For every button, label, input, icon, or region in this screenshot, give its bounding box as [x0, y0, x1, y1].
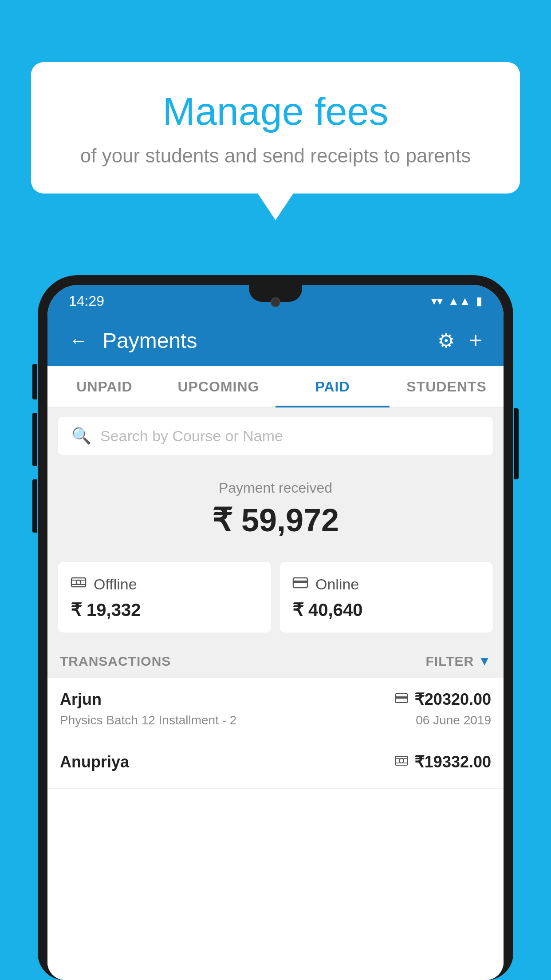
svg-rect-5	[293, 581, 307, 583]
transaction-type-icon-offline	[395, 754, 408, 771]
search-icon: 🔍	[71, 427, 91, 445]
online-card-amount: ₹ 40,640	[292, 600, 362, 620]
offline-card: Offline ₹ 19,332	[58, 562, 271, 632]
phone-button-right	[514, 408, 519, 479]
filter-icon: ▼	[478, 654, 491, 668]
offline-icon	[71, 574, 87, 594]
app-header: ← Payments ⚙ +	[47, 315, 504, 366]
payment-received-label: Payment received	[58, 480, 493, 496]
transaction-date: 06 June 2019	[416, 713, 491, 727]
transaction-row-top: Arjun ₹20320.00	[60, 690, 491, 709]
phone-camera	[271, 297, 280, 307]
battery-icon: ▮	[476, 294, 482, 308]
signal-icon: ▲▲	[448, 294, 471, 308]
table-row[interactable]: Anupriya ₹193	[47, 740, 504, 789]
hero-title: Manage fees	[67, 89, 484, 134]
speech-bubble: Manage fees of your students and send re…	[31, 62, 520, 194]
tab-unpaid[interactable]: UNPAID	[47, 366, 161, 407]
transaction-row-bottom: Physics Batch 12 Installment - 2 06 June…	[60, 713, 491, 727]
online-icon	[292, 574, 308, 594]
svg-point-1	[76, 580, 81, 585]
offline-card-header: Offline	[71, 574, 137, 594]
speech-bubble-arrow	[258, 194, 293, 220]
phone-button-left2	[32, 413, 37, 466]
phone-button-left3	[32, 479, 37, 533]
phone-screen: 14:29 ▾▾ ▲▲ ▮ ← Payments ⚙ + UNPAID	[47, 285, 504, 980]
phone-frame-wrapper: 14:29 ▾▾ ▲▲ ▮ ← Payments ⚙ + UNPAID	[38, 275, 513, 980]
svg-rect-8	[395, 756, 408, 765]
transaction-name: Anupriya	[60, 753, 129, 771]
svg-point-9	[399, 759, 404, 763]
filter-button[interactable]: FILTER ▼	[426, 654, 491, 669]
transaction-amount: ₹20320.00	[414, 690, 491, 709]
transactions-header: TRANSACTIONS FILTER ▼	[47, 645, 504, 678]
transaction-type-icon	[395, 692, 408, 708]
transaction-name: Arjun	[60, 690, 102, 709]
online-card-header: Online	[292, 574, 359, 594]
tab-paid[interactable]: PAID	[276, 366, 390, 407]
online-card-type: Online	[315, 576, 359, 593]
svg-rect-0	[71, 578, 86, 587]
content-area: 🔍 Search by Course or Name Payment recei…	[47, 408, 504, 980]
phone-frame: 14:29 ▾▾ ▲▲ ▮ ← Payments ⚙ + UNPAID	[38, 275, 513, 980]
tab-upcoming[interactable]: UPCOMING	[161, 366, 276, 407]
filter-label: FILTER	[426, 654, 474, 669]
search-bar[interactable]: 🔍 Search by Course or Name	[58, 417, 493, 455]
add-icon[interactable]: +	[469, 327, 482, 354]
transaction-amount: ₹19332.00	[414, 753, 491, 771]
payment-cards: Offline ₹ 19,332 Online	[47, 562, 504, 645]
transactions-label: TRANSACTIONS	[60, 654, 171, 669]
transaction-amount-wrapper: ₹20320.00	[395, 690, 491, 709]
back-button[interactable]: ←	[69, 329, 88, 352]
offline-card-amount: ₹ 19,332	[71, 600, 141, 620]
transaction-course: Physics Batch 12 Installment - 2	[60, 713, 236, 727]
transactions-list: Arjun ₹20320.00	[47, 678, 504, 980]
tabs-bar: UNPAID UPCOMING PAID STUDENTS	[47, 366, 504, 408]
hero-subtitle: of your students and send receipts to pa…	[67, 145, 484, 167]
speech-bubble-container: Manage fees of your students and send re…	[31, 62, 520, 220]
payment-received-amount: ₹ 59,972	[58, 502, 493, 539]
payment-received-section: Payment received ₹ 59,972	[47, 464, 504, 562]
page-title: Payments	[102, 328, 437, 353]
transaction-amount-wrapper: ₹19332.00	[395, 753, 491, 771]
settings-icon[interactable]: ⚙	[437, 329, 455, 352]
phone-notch	[249, 285, 302, 302]
tab-students[interactable]: STUDENTS	[390, 366, 504, 407]
phone-button-left1	[32, 364, 37, 399]
svg-rect-7	[395, 696, 408, 699]
offline-card-type: Offline	[94, 576, 137, 593]
wifi-icon: ▾▾	[431, 294, 443, 308]
status-icons: ▾▾ ▲▲ ▮	[431, 294, 482, 308]
status-time: 14:29	[69, 293, 104, 309]
header-actions: ⚙ +	[437, 327, 482, 354]
search-placeholder: Search by Course or Name	[100, 427, 283, 445]
table-row[interactable]: Arjun ₹20320.00	[47, 678, 504, 740]
transaction-row-top: Anupriya ₹193	[60, 753, 491, 771]
online-card: Online ₹ 40,640	[280, 562, 493, 632]
